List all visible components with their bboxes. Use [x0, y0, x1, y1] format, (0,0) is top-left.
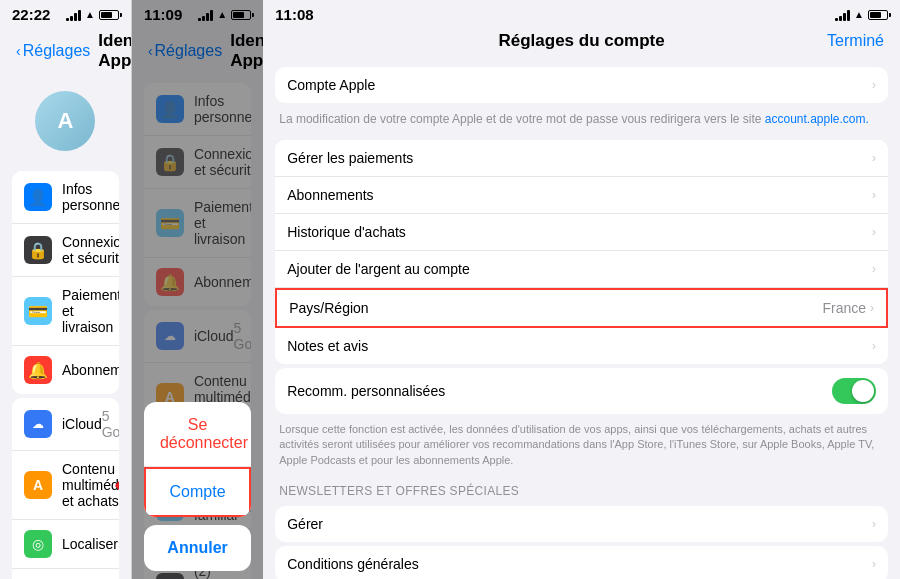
nav-bar-1: ‹ Réglages Identifiant Apple	[0, 27, 131, 79]
recomm-toggle[interactable]	[832, 378, 876, 404]
settings-section-1: 👤 Infos personnelles › 🔒 Connexion et sé…	[12, 171, 119, 394]
signal-icon	[66, 9, 81, 21]
status-icons-1: ▲	[66, 9, 119, 21]
pays-region-item[interactable]: Pays/Région France ›	[275, 288, 888, 328]
newsletters-header: NEWSLETTERS ET OFFRES SPÉCIALES	[263, 476, 900, 502]
chevron-right-icon: ›	[872, 557, 876, 571]
chevron-right-icon: ›	[118, 537, 119, 551]
status-bar-3: 11:08 ▲	[263, 0, 900, 27]
item-label: iCloud	[62, 416, 102, 432]
disconnect-button[interactable]: Se déconnecter	[144, 402, 251, 467]
chevron-right-icon: ›	[872, 339, 876, 353]
settings-section-2: ☁ iCloud 5 Go › A Contenu multimédia et …	[12, 398, 119, 579]
list-item[interactable]: Gérer ›	[275, 506, 888, 542]
list-item[interactable]: 👤 Infos personnelles ›	[12, 171, 119, 224]
chevron-right-icon: ›	[872, 262, 876, 276]
back-label-1: Réglages	[23, 42, 91, 60]
settings-section-p3-5: Conditions générales ›	[275, 546, 888, 579]
compte-button[interactable]: Compte	[144, 467, 251, 517]
item-label: Connexion et sécurité	[62, 234, 119, 266]
list-item[interactable]: 🔔 Abonnements ›	[12, 346, 119, 394]
apple-link[interactable]: account.apple.com.	[765, 112, 869, 126]
settings-section-p3-1: Compte Apple ›	[275, 67, 888, 103]
list-item[interactable]: ◎ Localiser ›	[12, 520, 119, 569]
avatar: A	[35, 91, 95, 151]
list-item[interactable]: Gérer les paiements ›	[275, 140, 888, 177]
chevron-right-icon: ›	[872, 78, 876, 92]
list-item[interactable]: Historique d'achats ›	[275, 214, 888, 251]
list-item[interactable]: Conditions générales ›	[275, 546, 888, 579]
item-label: Recomm. personnalisées	[287, 383, 832, 399]
back-button-1[interactable]: ‹ Réglages	[16, 42, 90, 60]
appstore-icon: A	[24, 471, 52, 499]
toggle-knob	[852, 380, 874, 402]
item-label: Gérer les paiements	[287, 150, 872, 166]
settings-section-p3-2: Gérer les paiements › Abonnements › Hist…	[275, 140, 888, 364]
item-value: 5 Go	[102, 408, 119, 440]
chevron-right-icon: ›	[872, 517, 876, 531]
panel1-scroll: A 👤 Infos personnelles › 🔒 Connexion et …	[0, 79, 131, 579]
profile-area: A	[0, 79, 131, 167]
item-label: Abonnements	[62, 362, 119, 378]
location-icon: ◎	[24, 530, 52, 558]
action-sheet: Se déconnecter Compte Annuler	[144, 402, 251, 571]
nav-bar-3: Réglages du compte Terminé	[263, 27, 900, 59]
recomm-description: Lorsque cette fonction est activée, les …	[263, 418, 900, 476]
lock-icon: 🔒	[24, 236, 52, 264]
action-sheet-group: Se déconnecter Compte	[144, 402, 251, 517]
item-label: Infos personnelles	[62, 181, 119, 213]
item-label: Ajouter de l'argent au compte	[287, 261, 872, 277]
item-label: Contenu multimédia et achats	[62, 461, 119, 509]
list-item[interactable]: Ajouter de l'argent au compte ›	[275, 251, 888, 288]
item-label: Localiser	[62, 536, 118, 552]
item-label: Notes et avis	[287, 338, 872, 354]
person-icon: 👤	[24, 183, 52, 211]
battery-icon	[868, 10, 888, 20]
list-item[interactable]: Abonnements ›	[275, 177, 888, 214]
item-value: France	[822, 300, 866, 316]
item-label: Pays/Région	[289, 300, 822, 316]
red-arrow-icon: ↩	[114, 469, 119, 502]
list-item[interactable]: Compte Apple ›	[275, 67, 888, 103]
item-label: Gérer	[287, 516, 872, 532]
list-item[interactable]: 👨‍👩‍👧 Partage familial Configurer ›	[12, 569, 119, 579]
item-label: Paiement et livraison	[62, 287, 119, 335]
item-label: Abonnements	[287, 187, 872, 203]
status-icons-3: ▲	[835, 9, 888, 21]
status-bar-1: 22:22 ▲	[0, 0, 131, 27]
nav-title-3: Réglages du compte	[339, 31, 824, 51]
panel3-content: Compte Apple › La modification de votre …	[263, 59, 900, 579]
nav-title-1: Identifiant Apple	[98, 31, 132, 71]
icloud-icon: ☁	[24, 410, 52, 438]
chevron-right-icon: ›	[872, 188, 876, 202]
chevron-right-icon: ›	[872, 225, 876, 239]
chevron-left-icon: ‹	[16, 43, 21, 59]
battery-icon	[99, 10, 119, 20]
list-item: Recomm. personnalisées	[275, 368, 888, 414]
settings-section-p3-4: Gérer ›	[275, 506, 888, 542]
list-item[interactable]: ☁ iCloud 5 Go ›	[12, 398, 119, 451]
account-description: La modification de votre compte Apple et…	[263, 107, 900, 136]
chevron-right-icon: ›	[870, 301, 874, 315]
chevron-right-icon: ›	[872, 151, 876, 165]
list-item[interactable]: A Contenu multimédia et achats › ↩	[12, 451, 119, 520]
panel-1: 22:22 ▲ ‹ Réglages Identifiant Apple A 👤…	[0, 0, 132, 579]
item-label: Conditions générales	[287, 556, 872, 572]
creditcard-icon: 💳	[24, 297, 52, 325]
time-1: 22:22	[12, 6, 50, 23]
time-3: 11:08	[275, 6, 313, 23]
item-label: Historique d'achats	[287, 224, 872, 240]
list-item[interactable]: 💳 Paiement et livraison Téléphone p... ›	[12, 277, 119, 346]
signal-icon	[835, 9, 850, 21]
list-item[interactable]: 🔒 Connexion et sécurité ›	[12, 224, 119, 277]
cancel-button[interactable]: Annuler	[144, 525, 251, 571]
item-label: Compte Apple	[287, 77, 872, 93]
settings-section-p3-3: Recomm. personnalisées	[275, 368, 888, 414]
done-button[interactable]: Terminé	[824, 32, 884, 50]
wifi-icon: ▲	[85, 9, 95, 20]
panel-2: 11:09 ▲ ‹ Réglages Identifiant Apple 👤 I…	[132, 0, 263, 579]
list-item[interactable]: Notes et avis ›	[275, 328, 888, 364]
wifi-icon: ▲	[854, 9, 864, 20]
panel-3: 11:08 ▲ Réglages du compte Terminé Compt…	[263, 0, 900, 579]
bell-icon: 🔔	[24, 356, 52, 384]
